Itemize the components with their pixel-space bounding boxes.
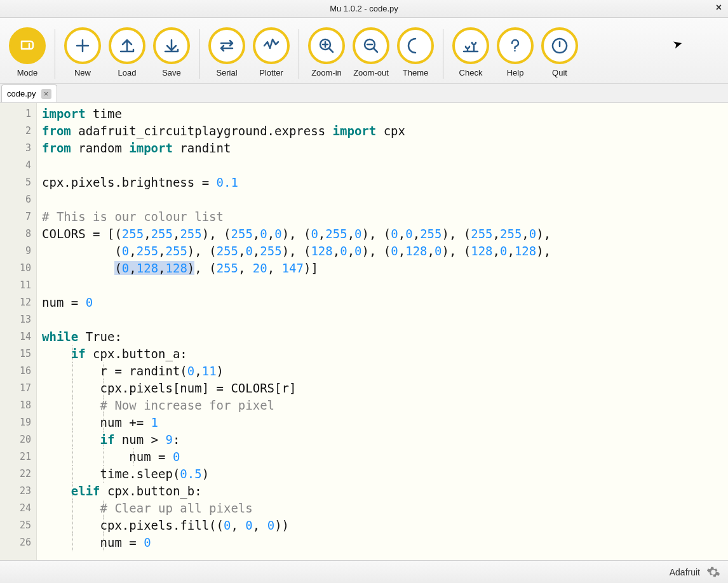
line-number: 26 [0, 534, 31, 551]
code-line[interactable] [42, 191, 728, 208]
tab-code-py[interactable]: code.py × [1, 84, 57, 102]
quit-icon [541, 27, 578, 64]
load-label: Load [118, 68, 137, 77]
tab-label: code.py [7, 89, 36, 98]
check-button[interactable]: Check [448, 27, 493, 77]
line-number: 4 [0, 157, 31, 174]
line-number: 16 [0, 363, 31, 380]
code-line[interactable]: from random import randint [42, 140, 728, 157]
line-number: 19 [0, 414, 31, 431]
gear-icon[interactable] [706, 565, 720, 579]
load-button[interactable]: Load [105, 27, 149, 77]
code-line[interactable]: if cpx.button_a: [42, 345, 728, 363]
plotter-icon [253, 27, 290, 64]
code-area[interactable]: import timefrom adafruit_circuitplaygrou… [37, 103, 728, 560]
code-line[interactable] [42, 157, 728, 174]
line-number: 2 [0, 123, 31, 140]
plotter-label: Plotter [259, 68, 283, 77]
toolbar-separator [55, 29, 55, 79]
code-line[interactable]: import time [42, 105, 728, 123]
line-number: 6 [0, 191, 31, 208]
code-line[interactable]: # This is our colour list [42, 208, 728, 225]
toolbar-group: CheckHelpQuit [446, 27, 584, 77]
line-number: 10 [0, 260, 31, 277]
plotter-button[interactable]: Plotter [249, 27, 293, 77]
line-number: 5 [0, 174, 31, 191]
new-icon [64, 27, 101, 64]
line-number: 8 [0, 225, 31, 243]
code-line[interactable]: cpx.pixels[num] = COLORS[r] [42, 380, 728, 397]
editor[interactable]: 1234567891011121314151617181920212223242… [0, 103, 728, 560]
close-icon[interactable]: × [716, 3, 722, 13]
zoom-in-button[interactable]: Zoom-in [304, 27, 349, 77]
line-number: 7 [0, 208, 31, 225]
line-number: 9 [0, 243, 31, 260]
code-line[interactable] [42, 311, 728, 328]
mode-icon [9, 27, 46, 64]
code-line[interactable]: if num > 9: [42, 431, 728, 448]
code-line[interactable]: while True: [42, 328, 728, 345]
theme-label: Theme [403, 68, 428, 77]
code-line[interactable]: num = 0 [42, 448, 728, 466]
line-number: 1 [0, 105, 31, 123]
save-label: Save [162, 68, 181, 77]
line-number: 25 [0, 517, 31, 534]
new-button[interactable]: New [60, 27, 105, 77]
new-label: New [74, 68, 91, 77]
toolbar-separator [299, 29, 299, 79]
code-line[interactable]: cpx.pixels.fill((0, 0, 0)) [42, 517, 728, 534]
status-mode: Adafruit [670, 567, 700, 577]
line-number: 24 [0, 500, 31, 517]
check-icon [452, 27, 489, 64]
zoom-in-label: Zoom-in [311, 68, 342, 77]
code-line[interactable] [42, 277, 728, 294]
line-number: 23 [0, 483, 31, 500]
mode-button[interactable]: Mode [5, 27, 50, 77]
help-icon [497, 27, 534, 64]
toolbar-group: SerialPlotter [202, 27, 296, 77]
toolbar-group: Zoom-inZoom-outTheme [302, 27, 440, 77]
theme-icon [397, 27, 434, 64]
toolbar-group: NewLoadSave [58, 27, 196, 77]
tab-close-icon[interactable]: × [41, 89, 51, 99]
titlebar: Mu 1.0.2 - code.py × [0, 0, 728, 18]
line-number: 15 [0, 345, 31, 363]
code-line[interactable]: # Clear up all pixels [42, 500, 728, 517]
line-number: 11 [0, 277, 31, 294]
check-label: Check [459, 68, 483, 77]
zoom-out-label: Zoom-out [353, 68, 389, 77]
code-line[interactable]: # Now increase for pixel [42, 397, 728, 414]
code-line[interactable]: num = 0 [42, 534, 728, 551]
code-line[interactable]: (0,128,128), (255, 20, 147)] [42, 260, 728, 277]
line-number: 17 [0, 380, 31, 397]
code-line[interactable]: from adafruit_circuitplayground.express … [42, 123, 728, 140]
code-line[interactable]: cpx.pixels.brightness = 0.1 [42, 174, 728, 191]
help-button[interactable]: Help [493, 27, 537, 77]
quit-button[interactable]: Quit [537, 27, 582, 77]
serial-icon [208, 27, 245, 64]
toolbar-group: Mode [3, 27, 52, 77]
theme-button[interactable]: Theme [393, 27, 438, 77]
mode-label: Mode [17, 68, 38, 77]
window-title: Mu 1.0.2 - code.py [330, 4, 398, 13]
serial-button[interactable]: Serial [205, 27, 249, 77]
code-line[interactable]: num = 0 [42, 294, 728, 311]
code-line[interactable]: elif cpx.button_b: [42, 483, 728, 500]
line-number: 22 [0, 466, 31, 483]
line-number: 21 [0, 448, 31, 466]
save-button[interactable]: Save [149, 27, 194, 77]
line-number: 14 [0, 328, 31, 345]
line-number: 13 [0, 311, 31, 328]
line-number: 3 [0, 140, 31, 157]
line-number: 12 [0, 294, 31, 311]
zoom-out-button[interactable]: Zoom-out [349, 27, 393, 77]
code-line[interactable]: num += 1 [42, 414, 728, 431]
toolbar-separator [443, 29, 443, 79]
save-icon [153, 27, 190, 64]
code-line[interactable]: (0,255,255), (255,0,255), (128,0,0), (0,… [42, 243, 728, 260]
zoom-out-icon [353, 27, 389, 64]
code-line[interactable]: r = randint(0,11) [42, 363, 728, 380]
line-gutter: 1234567891011121314151617181920212223242… [0, 103, 37, 560]
code-line[interactable]: COLORS = [(255,255,255), (255,0,0), (0,2… [42, 225, 728, 243]
code-line[interactable]: time.sleep(0.5) [42, 466, 728, 483]
